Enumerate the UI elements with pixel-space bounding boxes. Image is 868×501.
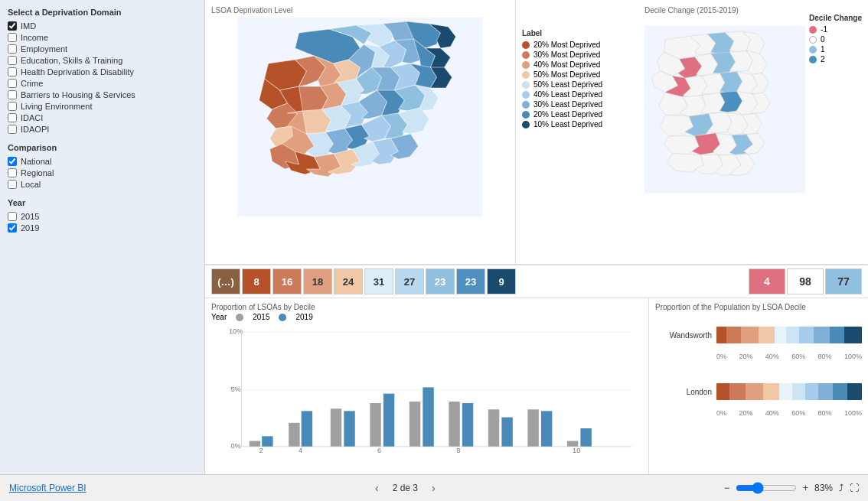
brand-link[interactable]: Microsoft Power BI (9, 483, 86, 493)
svg-rect-105 (370, 403, 380, 447)
domain-checkbox-item[interactable]: Income (8, 33, 197, 42)
comparison-checkbox[interactable] (8, 157, 17, 166)
next-page-button[interactable]: › (427, 480, 440, 496)
domain-checkbox-item[interactable]: Barriers to Housing & Services (8, 90, 197, 99)
lsoa-map-container[interactable] (211, 18, 509, 216)
bar-segment (741, 327, 759, 343)
lsoa-map-svg[interactable] (211, 18, 509, 216)
legend-item-label: 40% Most Deprived (534, 60, 600, 69)
domain-label: Crime (21, 79, 43, 88)
comparison-title: Comparison (8, 143, 197, 152)
x-axis-label: 40% (765, 409, 779, 417)
year-checkbox[interactable] (8, 223, 17, 233)
page-navigation: ‹ 2 de 3 › (370, 480, 440, 496)
zoom-slider[interactable] (736, 482, 797, 494)
decile-map-svg[interactable] (644, 18, 805, 201)
bar-segment (726, 327, 741, 343)
comparison-checkbox[interactable] (8, 168, 17, 177)
bar-segment (759, 327, 775, 343)
legend-item: 30% Most Deprived (522, 50, 632, 59)
decile-change-box[interactable]: 4 (749, 268, 785, 294)
decile-number-box[interactable]: (…) (211, 268, 240, 294)
x-axis-label: 100% (844, 409, 862, 417)
domain-checkbox-item[interactable]: IMD (8, 21, 197, 31)
decile-number-box[interactable]: 23 (426, 268, 455, 294)
domain-checkbox-item[interactable]: Crime (8, 79, 197, 88)
svg-rect-111 (462, 403, 473, 447)
year-2019-label: 2019 (295, 313, 312, 321)
decile-map-area: Decile Change (2015-2019) (638, 0, 868, 264)
decile-change-box[interactable]: 77 (825, 268, 862, 294)
domain-checkbox-item[interactable]: Education, Skills & Training (8, 56, 197, 65)
bar-segment (716, 383, 729, 400)
domain-checkbox[interactable] (8, 90, 17, 99)
year-label: 2015 (21, 212, 39, 221)
legend-area: Label 20% Most Deprived30% Most Deprived… (516, 0, 638, 264)
decile-number-box[interactable]: 27 (395, 268, 424, 294)
london-row: London (655, 383, 862, 400)
share-icon[interactable]: ⤴ (839, 483, 844, 493)
decile-change-box[interactable]: 98 (787, 268, 824, 294)
legend-item: 50% Most Deprived (522, 70, 632, 79)
svg-rect-101 (302, 411, 312, 446)
year-checkbox[interactable] (8, 212, 17, 221)
domain-checkbox[interactable] (8, 21, 17, 31)
zoom-plus[interactable]: + (803, 483, 808, 493)
comparison-checkbox-item[interactable]: Regional (8, 168, 197, 177)
domain-title: Select a Deprivation Domain (8, 8, 197, 17)
bar-segment (844, 327, 862, 343)
legend-item-label: 20% Least Deprived (534, 110, 602, 119)
year-legend-label: Year (211, 313, 227, 321)
domain-label: Living Environment (21, 102, 93, 111)
comparison-checkbox-item[interactable]: Local (8, 180, 197, 189)
domain-checkbox[interactable] (8, 102, 17, 111)
decile-legend-label: 1 (821, 45, 825, 54)
decile-number-box[interactable]: 31 (364, 268, 393, 294)
decile-change-legend: Decile Change -1012 (809, 14, 862, 65)
comparison-checkbox[interactable] (8, 180, 17, 189)
legend-color-dot (522, 121, 530, 129)
year-checkbox-item[interactable]: 2019 (8, 223, 197, 233)
domain-checkbox[interactable] (8, 67, 17, 76)
domain-checkbox[interactable] (8, 113, 17, 122)
bar-segment (786, 327, 799, 343)
legend-item: 40% Least Deprived (522, 90, 632, 99)
footer: Microsoft Power BI ‹ 2 de 3 › − + 83% ⤴ … (0, 474, 868, 501)
domain-checkbox-item[interactable]: Living Environment (8, 102, 197, 111)
decile-number-box[interactable]: 9 (487, 268, 516, 294)
domain-checkbox-item[interactable]: Employment (8, 44, 197, 54)
decile-number-box[interactable]: 24 (334, 268, 363, 294)
domain-checkbox-item[interactable]: IDAOPI (8, 125, 197, 134)
year-checkbox-item[interactable]: 2015 (8, 212, 197, 221)
bar-segment (830, 327, 844, 343)
domain-checkbox-item[interactable]: Health Deprivation & Disability (8, 67, 197, 76)
year-2015-label: 2015 (253, 313, 269, 321)
zoom-level: 83% (814, 483, 833, 493)
year-label: 2019 (21, 223, 39, 233)
domain-checkbox[interactable] (8, 44, 17, 54)
prev-page-button[interactable]: ‹ (370, 480, 383, 496)
domain-checkbox[interactable] (8, 33, 17, 42)
svg-rect-109 (423, 387, 433, 446)
comparison-checkbox-item[interactable]: National (8, 157, 197, 166)
legend-item-label: 10% Least Deprived (534, 120, 602, 129)
svg-rect-113 (488, 409, 499, 446)
svg-rect-106 (383, 394, 394, 447)
domain-checkbox-item[interactable]: IDACI (8, 113, 197, 122)
fullscreen-icon[interactable]: ⛶ (850, 483, 859, 493)
decile-number-box[interactable]: 18 (303, 268, 332, 294)
domain-checkbox[interactable] (8, 79, 17, 88)
domain-label: Income (21, 33, 48, 42)
year-2015-dot (236, 314, 243, 321)
decile-number-box[interactable]: 23 (456, 268, 485, 294)
decile-number-box[interactable]: 8 (242, 268, 271, 294)
domain-checkbox[interactable] (8, 56, 17, 65)
x-axis-label: 20% (739, 409, 752, 417)
domain-checkbox[interactable] (8, 125, 17, 134)
zoom-minus[interactable]: − (724, 483, 729, 493)
decile-legend-dot (809, 26, 817, 34)
decile-number-box[interactable]: 16 (272, 268, 302, 294)
lsoa-bar-chart-svg[interactable]: 10% 5% 0% 2 (211, 324, 642, 454)
comparison-section: Comparison NationalRegionalLocal (8, 143, 197, 189)
decile-legend-item: -1 (809, 25, 862, 34)
